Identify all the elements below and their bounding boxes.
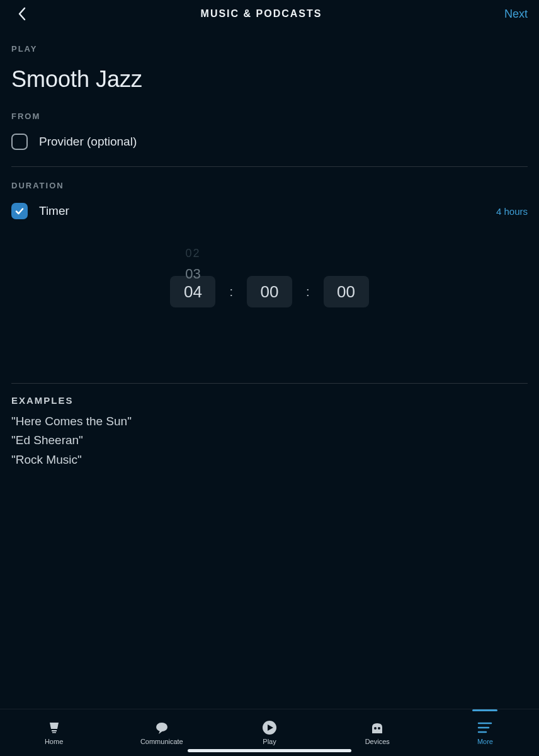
devices-icon	[370, 720, 385, 735]
next-button[interactable]: Next	[490, 8, 528, 21]
time-separator: :	[306, 285, 310, 299]
minutes-column[interactable]: 00	[247, 238, 292, 345]
svg-point-5	[378, 727, 380, 730]
tab-label: Communicate	[140, 738, 183, 745]
tab-label: Play	[263, 738, 276, 745]
svg-rect-1	[52, 732, 56, 733]
picker-minutes-selected[interactable]: 00	[247, 276, 292, 307]
svg-point-4	[374, 727, 377, 730]
picker-hours-minus1: 03	[170, 266, 215, 282]
time-separator: :	[229, 285, 233, 299]
chat-icon	[154, 720, 169, 735]
tab-more[interactable]: More	[431, 709, 539, 756]
play-value[interactable]: Smooth Jazz	[11, 66, 528, 93]
seconds-column[interactable]: 00	[324, 238, 369, 345]
home-indicator[interactable]	[188, 749, 351, 752]
hours-column[interactable]: 02 03 04	[170, 238, 215, 345]
svg-point-2	[156, 723, 167, 731]
provider-checkbox[interactable]	[11, 134, 28, 150]
page-title: MUSIC & PODCASTS	[33, 8, 490, 20]
svg-rect-0	[52, 730, 57, 731]
check-icon	[14, 206, 25, 216]
tab-home[interactable]: Home	[0, 709, 108, 756]
tab-label: Devices	[365, 738, 390, 745]
timer-checkbox[interactable]	[11, 203, 28, 219]
play-icon	[262, 720, 277, 735]
example-item: "Here Comes the Sun"	[11, 412, 528, 431]
example-item: "Rock Music"	[11, 450, 528, 469]
picker-seconds-selected[interactable]: 00	[324, 276, 369, 307]
example-item: "Ed Sheeran"	[11, 431, 528, 450]
timer-label: Timer	[39, 204, 485, 218]
provider-label: Provider (optional)	[39, 135, 137, 149]
active-tab-indicator	[472, 709, 497, 711]
tab-label: Home	[45, 738, 63, 745]
examples-section-label: EXAMPLES	[11, 395, 528, 406]
back-button[interactable]	[11, 3, 33, 25]
from-section-label: FROM	[11, 112, 528, 121]
play-section-label: PLAY	[11, 44, 528, 54]
timer-value: 4 hours	[496, 206, 528, 217]
menu-icon	[477, 720, 492, 735]
divider	[11, 383, 528, 384]
home-icon	[47, 720, 62, 735]
chevron-left-icon	[17, 6, 27, 21]
tab-label: More	[477, 738, 493, 745]
duration-section-label: DURATION	[11, 181, 528, 190]
time-picker[interactable]: 02 03 04 : 00 : 00	[11, 238, 528, 345]
picker-hours-minus2: 02	[170, 247, 215, 260]
